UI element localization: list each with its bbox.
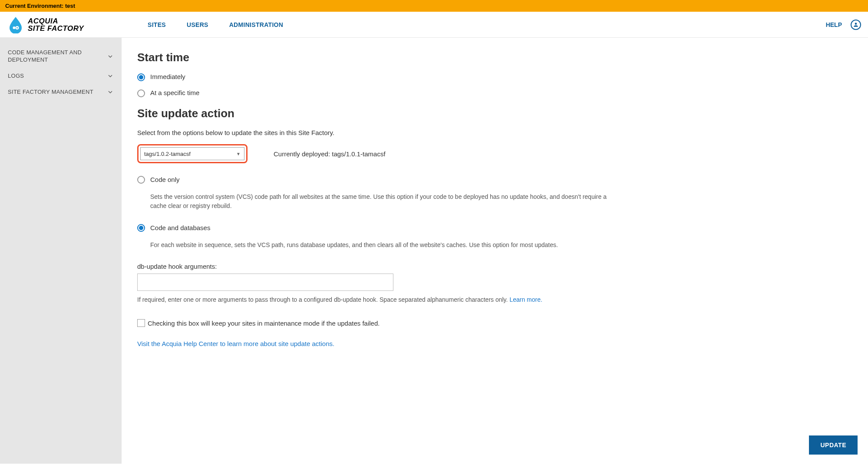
- chevron-down-icon: [107, 89, 114, 96]
- currently-deployed-label: Currently deployed: tags/1.0.1-tamacsf: [274, 150, 386, 158]
- db-hook-label: db-update hook arguments:: [137, 263, 636, 270]
- radio-row-code-only: Code only Sets the version control syste…: [137, 175, 636, 211]
- nav-right: HELP: [826, 20, 861, 30]
- sidebar-item-label: SITE FACTORY MANAGEMENT: [8, 89, 93, 96]
- nav-help[interactable]: HELP: [826, 21, 842, 28]
- logo[interactable]: ACQUIA SITE FACTORY: [7, 16, 122, 33]
- main-content: Start time Immediately At a specific tim…: [122, 38, 651, 464]
- maintenance-checkbox-label: Checking this box will keep your sites i…: [148, 320, 380, 327]
- learn-more-link[interactable]: Learn more.: [509, 296, 542, 303]
- svg-point-2: [17, 27, 18, 28]
- chevron-down-icon: ▼: [236, 152, 241, 156]
- logo-line2: SITE FACTORY: [28, 25, 84, 32]
- radio-immediately[interactable]: [137, 73, 145, 81]
- radio-specific-time-label[interactable]: At a specific time: [150, 89, 199, 96]
- svg-point-0: [13, 26, 16, 29]
- select-highlight: tags/1.0.2-tamacsf ▼: [137, 144, 248, 163]
- radio-code-only[interactable]: [137, 176, 145, 184]
- radio-code-databases[interactable]: [137, 224, 145, 232]
- radio-row-code-db: Code and databases For each website in s…: [137, 224, 636, 250]
- radio-specific-time[interactable]: [137, 89, 145, 97]
- code-only-description: Sets the version control system (VCS) co…: [150, 192, 619, 211]
- sidebar-item-logs[interactable]: LOGS: [0, 68, 122, 84]
- code-databases-description: For each website in sequence, sets the V…: [150, 241, 558, 250]
- user-icon[interactable]: [851, 20, 861, 30]
- db-hook-input[interactable]: [137, 274, 393, 291]
- radio-immediately-label[interactable]: Immediately: [150, 73, 185, 80]
- update-button[interactable]: UPDATE: [809, 435, 858, 455]
- chevron-down-icon: [107, 53, 114, 60]
- select-row: tags/1.0.2-tamacsf ▼ Currently deployed:…: [137, 144, 636, 163]
- db-hook-helper: If required, enter one or more arguments…: [137, 295, 636, 304]
- acquia-drop-icon: [7, 16, 24, 33]
- radio-row-specific-time: At a specific time: [137, 89, 636, 97]
- sidebar-item-site-factory-management[interactable]: SITE FACTORY MANAGEMENT: [0, 84, 122, 100]
- db-hook-helper-text: If required, enter one or more arguments…: [137, 296, 509, 303]
- top-nav: ACQUIA SITE FACTORY SITES USERS ADMINIST…: [0, 12, 868, 38]
- help-center-link-row: Visit the Acquia Help Center to learn mo…: [137, 340, 636, 347]
- sidebar: CODE MANAGEMENT AND DEPLOYMENT LOGS SITE…: [0, 38, 122, 464]
- sidebar-item-code-management[interactable]: CODE MANAGEMENT AND DEPLOYMENT: [0, 45, 122, 68]
- tag-select-value: tags/1.0.2-tamacsf: [144, 151, 191, 157]
- nav-items: SITES USERS ADMINISTRATION: [148, 21, 283, 28]
- nav-users[interactable]: USERS: [187, 21, 208, 28]
- logo-text: ACQUIA SITE FACTORY: [28, 17, 84, 32]
- site-update-action-heading: Site update action: [137, 107, 636, 120]
- environment-banner: Current Environment: test: [0, 0, 868, 12]
- maintenance-checkbox-row: Checking this box will keep your sites i…: [137, 319, 636, 327]
- tag-select[interactable]: tags/1.0.2-tamacsf ▼: [140, 147, 244, 160]
- action-instruction: Select from the options below to update …: [137, 129, 636, 136]
- radio-code-only-label[interactable]: Code only: [150, 176, 180, 183]
- radio-code-databases-label[interactable]: Code and databases: [150, 224, 210, 231]
- start-time-heading: Start time: [137, 51, 636, 64]
- update-button-wrap: UPDATE: [809, 435, 858, 455]
- chevron-down-icon: [107, 73, 114, 79]
- maintenance-checkbox[interactable]: [137, 319, 145, 327]
- sidebar-item-label: CODE MANAGEMENT AND DEPLOYMENT: [8, 49, 95, 64]
- nav-sites[interactable]: SITES: [148, 21, 166, 28]
- nav-administration[interactable]: ADMINISTRATION: [229, 21, 284, 28]
- radio-row-immediately: Immediately: [137, 73, 636, 81]
- logo-line1: ACQUIA: [28, 17, 84, 25]
- help-center-link[interactable]: Visit the Acquia Help Center to learn mo…: [137, 340, 334, 347]
- sidebar-item-label: LOGS: [8, 73, 24, 80]
